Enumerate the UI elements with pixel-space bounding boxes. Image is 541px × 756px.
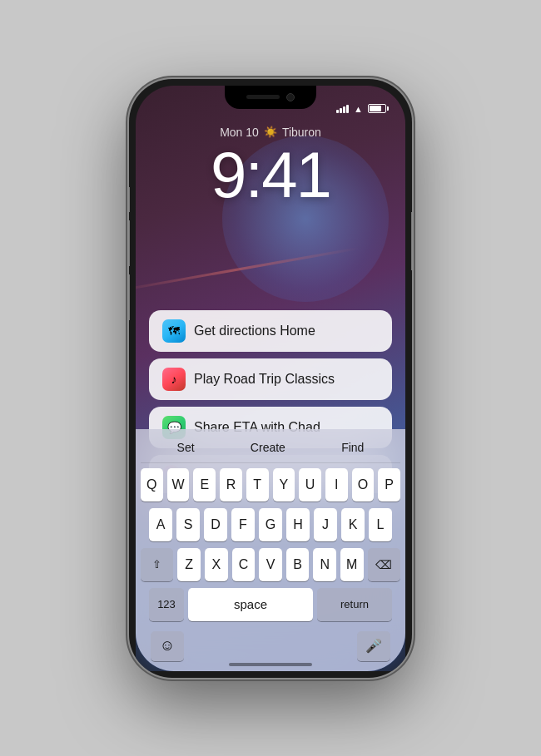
clock: 9:41: [211, 142, 330, 207]
key-numbers[interactable]: 123: [149, 588, 184, 621]
suggestion-music-label: Play Road Trip Classics: [194, 372, 335, 387]
key-o[interactable]: O: [352, 468, 375, 502]
suggestion-create[interactable]: Create: [244, 439, 292, 456]
key-t[interactable]: T: [246, 468, 269, 502]
key-u[interactable]: U: [299, 468, 321, 502]
status-icons: ▲: [336, 104, 389, 114]
key-e[interactable]: E: [193, 468, 216, 502]
key-p[interactable]: P: [378, 468, 400, 502]
key-g[interactable]: G: [259, 508, 282, 541]
power-button: [411, 212, 412, 270]
key-r[interactable]: R: [220, 468, 242, 502]
sun-icon: ☀️: [264, 126, 277, 138]
key-k[interactable]: K: [341, 508, 365, 541]
key-y[interactable]: Y: [273, 468, 295, 502]
keyboard-bottom-row: ☺ 🎤: [141, 628, 400, 668]
key-z[interactable]: Z: [177, 548, 201, 581]
key-f[interactable]: F: [231, 508, 255, 541]
volume-down-button: [129, 274, 130, 320]
key-s[interactable]: S: [176, 508, 200, 541]
notch: [225, 86, 316, 109]
key-delete[interactable]: ⌫: [368, 548, 400, 581]
speaker: [246, 95, 280, 99]
key-c[interactable]: C: [232, 548, 256, 581]
key-h[interactable]: H: [286, 508, 310, 541]
key-space[interactable]: space: [188, 588, 313, 621]
key-shift[interactable]: ⇧: [141, 548, 173, 581]
screen: ▲ Mon 10 ☀️ Tiburon 9:41 🗺 G: [136, 86, 405, 671]
key-i[interactable]: I: [325, 468, 348, 502]
keyboard-row-2: A S D F G H J K L: [141, 508, 400, 541]
suggestion-set[interactable]: Set: [171, 439, 201, 456]
key-q[interactable]: Q: [141, 468, 163, 502]
key-b[interactable]: B: [286, 548, 310, 581]
key-j[interactable]: J: [314, 508, 337, 541]
wifi-icon: ▲: [354, 104, 363, 114]
keyboard-row-1: Q W E R T Y U I O P: [141, 468, 400, 502]
key-a[interactable]: A: [149, 508, 172, 541]
mute-button: [129, 187, 130, 212]
music-icon: ♪: [162, 368, 186, 391]
key-x[interactable]: X: [205, 548, 228, 581]
battery-icon: [368, 104, 389, 113]
keyboard-row-4: 123 space return: [141, 588, 400, 621]
camera: [286, 93, 295, 101]
key-mic[interactable]: 🎤: [357, 631, 390, 661]
key-l[interactable]: L: [369, 508, 392, 541]
key-emoji[interactable]: ☺: [151, 631, 184, 661]
date-line: Mon 10 ☀️ Tiburon: [220, 126, 321, 139]
volume-up-button: [129, 220, 130, 266]
key-m[interactable]: M: [340, 548, 364, 581]
signal-icon: [336, 105, 349, 113]
suggestion-music[interactable]: ♪ Play Road Trip Classics: [149, 358, 392, 400]
key-n[interactable]: N: [313, 548, 336, 581]
home-indicator: [229, 663, 312, 666]
key-return[interactable]: return: [317, 588, 392, 621]
suggestion-find[interactable]: Find: [335, 439, 370, 456]
location-text: Tiburon: [282, 126, 321, 139]
keyboard-row-3: ⇧ Z X C V B N M ⌫: [141, 548, 400, 581]
keyboard: Set Create Find Q W E R T Y U I O P A S: [136, 429, 405, 671]
key-w[interactable]: W: [167, 468, 190, 502]
phone-frame: ▲ Mon 10 ☀️ Tiburon 9:41 🗺 G: [129, 79, 412, 678]
suggestion-directions[interactable]: 🗺 Get directions Home: [149, 310, 392, 352]
lock-content: Mon 10 ☀️ Tiburon 9:41: [136, 119, 405, 207]
suggestion-directions-label: Get directions Home: [194, 324, 315, 338]
key-v[interactable]: V: [259, 548, 282, 581]
maps-icon: 🗺: [162, 319, 186, 343]
date-text: Mon 10: [220, 126, 259, 139]
key-d[interactable]: D: [204, 508, 227, 541]
keyboard-suggestions-row: Set Create Find: [141, 436, 400, 463]
